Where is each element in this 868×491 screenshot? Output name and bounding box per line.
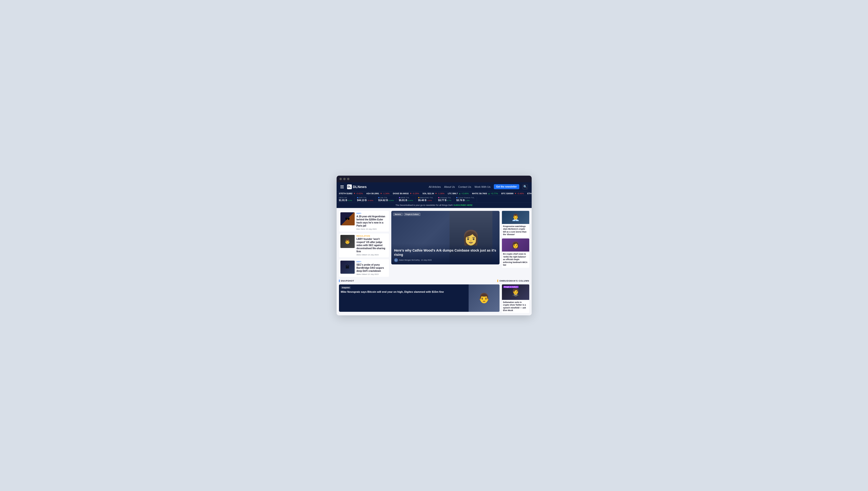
browser-dot-2 — [343, 178, 346, 180]
snapshot-section-label: SNAPSHOT — [339, 280, 354, 282]
article-title-1: A 20-year-old Argentinian behind the $20… — [356, 215, 388, 227]
stat-aave-tvl: AAVE TVL $5.91 B 8.04% — [397, 197, 416, 202]
hero-title: Here's why Cathie Wood's Ark dumps Coinb… — [394, 248, 497, 257]
ticker-ltc: LTC $99.7 ▲ +2.60% — [448, 192, 469, 195]
snapshot-card[interactable]: Snapshot Mike Novogratz says Bitcoin wil… — [339, 284, 499, 312]
article-thumb-1 — [340, 212, 355, 225]
stat-lido-tvl: Lido TVL $14.62 B 8.04% — [376, 197, 397, 202]
nav-links: All Articles About Us Contact Us Work Wi… — [429, 184, 528, 190]
site-nav: DL DLNews All Articles About Us Contact … — [337, 182, 532, 191]
browser-window: DL DLNews All Articles About Us Contact … — [337, 176, 532, 316]
right-article-thumb-1 — [502, 211, 529, 224]
article-title-2: LBRY founder 'won't respect' US after ju… — [356, 237, 388, 253]
article-meta-2: Aleks Gilbert 13 July 2023 — [356, 254, 388, 256]
article-info-1: DeFi A 20-year-old Argentinian behind th… — [356, 212, 388, 230]
ticker-bar: STETH $1882 ▼ -0.62% ADA $0.2891 ▼ -1.34… — [337, 191, 532, 195]
ombudsman-body: Defamation suits in crypto show Twitter … — [502, 300, 529, 313]
ombudsman-image: People & Culture — [502, 284, 529, 300]
article-date-3: 12 July 2023 — [368, 273, 378, 276]
hero-tag-markets: Markets — [393, 213, 403, 216]
search-button[interactable]: 🔍 — [523, 184, 528, 190]
newsletter-subscribe-link[interactable]: SUBSCRIBE HERE — [454, 204, 473, 206]
article-author-2: Aleks Gilbert — [356, 254, 367, 256]
ticker-matic: MATIC $0.7603 ▲ +3.77% — [472, 192, 498, 195]
article-meta-1: Ekin Genc 13 July 2023 — [356, 228, 388, 230]
hero-byline: A Adam Morgan McCarthy 13 July 2023 — [394, 258, 497, 262]
logo-icon-text: DL — [347, 185, 351, 188]
stat-dexs-vol: DEXs Vol $1.91 B 4.0% — [339, 197, 355, 202]
right-column: Progressive watchdogs slam McHenry's cry… — [502, 211, 529, 277]
stats-bar: DEXs Vol $1.91 B 4.0% DeFi TVL $44.13 B … — [337, 195, 532, 203]
browser-dot-1 — [339, 178, 342, 180]
stat-curve-tvl: Curve Finance TVL $3.76 B 1.0% — [454, 197, 477, 202]
ticker-btc: BTC $30590 ▼ -0.46% — [501, 192, 524, 195]
newsletter-banner: The Decentralised is your go-to newslett… — [337, 203, 532, 208]
sections-row: Snapshot Mike Novogratz says Bitcoin wil… — [337, 284, 532, 316]
article-category-3: DeFi — [356, 261, 388, 263]
stat-makerdao-tvl: MakerDAO TVL $5.48 B -4.8% — [416, 197, 436, 202]
ticker-eth: ETH $1883 ▼ -0.52% — [527, 192, 531, 195]
article-card-3[interactable]: DeFi SEC's probe of puny BarnBridge DAO … — [339, 259, 389, 277]
browser-dot-3 — [347, 178, 349, 180]
article-info-3: DeFi SEC's probe of puny BarnBridge DAO … — [356, 261, 388, 276]
ombudsman-category: People & Culture — [503, 286, 519, 288]
article-thumb-3 — [340, 261, 355, 274]
article-date-1: 13 July 2023 — [366, 228, 377, 230]
hero-author-avatar: A — [394, 258, 398, 262]
hamburger-menu[interactable] — [340, 185, 344, 188]
hero-caption: Here's why Cathie Wood's Ark dumps Coinb… — [391, 243, 499, 264]
article-category-1: DeFi — [356, 212, 388, 214]
browser-titlebar — [337, 176, 532, 182]
right-article-thumb-2 — [502, 238, 529, 252]
hero-date: 13 July 2023 — [421, 259, 432, 261]
nav-work-with-us[interactable]: Work With Us — [474, 185, 491, 188]
hero-tags: Markets People & Culture — [393, 213, 421, 216]
right-article-body-2: EU crypto chief vows to 'strike the righ… — [502, 252, 529, 267]
article-card-2[interactable]: Regulation LBRY founder 'won't respect' … — [339, 233, 389, 257]
ticker-ada: ADA $0.2891 ▼ -1.34% — [366, 192, 390, 195]
article-card-1[interactable]: DeFi A 20-year-old Argentinian behind th… — [339, 211, 389, 232]
nav-all-articles[interactable]: All Articles — [429, 185, 441, 188]
ticker-doge: DOGE $0.06532 ▼ -0.25% — [393, 192, 419, 195]
hero-tag-culture: People & Culture — [404, 213, 420, 216]
logo-text: DLNews — [353, 185, 367, 189]
right-article-body-1: Progressive watchdogs slam McHenry's cry… — [502, 224, 529, 237]
snapshot-image: 👨 — [469, 284, 499, 312]
article-info-2: Regulation LBRY founder 'won't respect' … — [356, 235, 388, 256]
right-article-2[interactable]: EU crypto chief vows to 'strike the righ… — [502, 238, 529, 267]
article-date-2: 13 July 2023 — [368, 254, 378, 256]
section-headers-row: SNAPSHOT OMBUDSMAN'S COLUMN — [337, 280, 532, 284]
search-icon: 🔍 — [523, 185, 527, 189]
right-article-title-2: EU crypto chief vows to 'strike the righ… — [503, 253, 528, 266]
center-column: 👩 Markets People & Culture Here's why Ca… — [391, 211, 499, 277]
snapshot-title: Mike Novogratz says Bitcoin will end yea… — [341, 290, 467, 293]
right-article-title-1: Progressive watchdogs slam McHenry's cry… — [503, 225, 528, 236]
ombudsman-section-label: OMBUDSMAN'S COLUMN — [497, 280, 529, 282]
nav-about-us[interactable]: About Us — [444, 185, 455, 188]
hero-article[interactable]: 👩 Markets People & Culture Here's why Ca… — [391, 211, 499, 264]
newsletter-banner-text: The Decentralised is your go-to newslett… — [395, 204, 454, 206]
logo-icon: DL — [347, 184, 352, 189]
snapshot-text: Snapshot Mike Novogratz says Bitcoin wil… — [339, 284, 469, 312]
site-logo[interactable]: DL DLNews — [347, 184, 367, 189]
right-article-1[interactable]: Progressive watchdogs slam McHenry's cry… — [502, 211, 529, 237]
article-author-3: Aleks Gilbert — [356, 273, 367, 276]
ombudsman-title: Defamation suits in crypto show Twitter … — [503, 301, 528, 312]
article-thumb-2 — [340, 235, 355, 248]
snapshot-tag: Snapshot — [341, 286, 351, 289]
ticker-steth: STETH $1882 ▼ -0.62% — [339, 192, 363, 195]
newsletter-button[interactable]: Get the newsletter — [494, 184, 519, 189]
stat-uniswap-tvl: Uniswap TVL $3.77 B 4.7% — [436, 197, 454, 202]
ombudsman-card[interactable]: People & Culture Defamation suits in cry… — [502, 284, 529, 313]
nav-contact-us[interactable]: Contact Us — [458, 185, 471, 188]
stat-defi-tvl: DeFi TVL $44.13 B -5.43% — [355, 197, 376, 202]
snapshot-section: Snapshot Mike Novogratz says Bitcoin wil… — [339, 284, 499, 313]
article-meta-3: Aleks Gilbert 12 July 2023 — [356, 273, 388, 276]
article-author-1: Ekin Genc — [356, 228, 365, 230]
main-content: DeFi A 20-year-old Argentinian behind th… — [337, 208, 532, 280]
ticker-sol: SOL $22.34 ▼ -1.06% — [423, 192, 444, 195]
ombudsman-section: People & Culture Defamation suits in cry… — [502, 284, 529, 313]
left-column: DeFi A 20-year-old Argentinian behind th… — [339, 211, 389, 277]
article-title-3: SEC's probe of puny BarnBridge DAO augur… — [356, 263, 388, 272]
hero-author: Adam Morgan McCarthy — [399, 259, 420, 261]
